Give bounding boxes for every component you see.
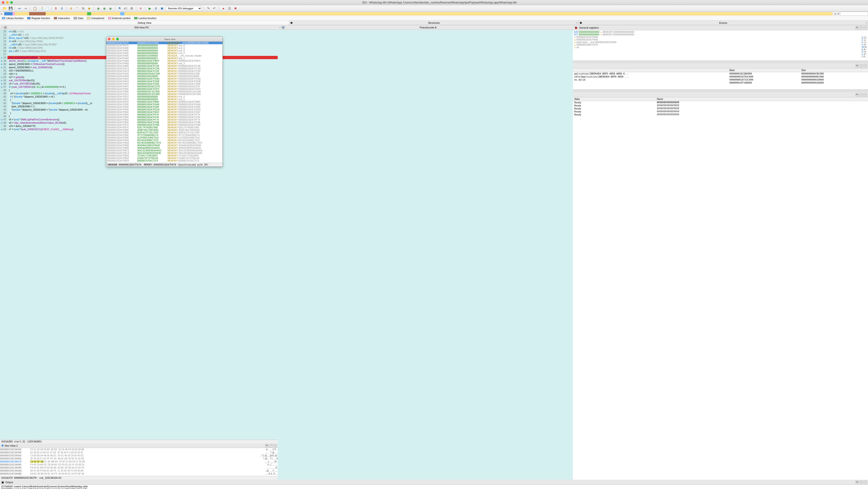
stack-row[interactable]: 000000016DA7FBE0 6168572F7070612E MEMORY… [106,157,222,160]
stack-row[interactable]: 000000016DA7FB90 2F7372656E696174 MEMORY… [106,134,222,136]
stack-titlebar[interactable]: Stack view [106,37,222,42]
register-row[interactable]: ↘ 000000016DA7FA70 [574,43,867,46]
stack-row[interactable]: 000000016DA7FB80 3D687461705F656C MEMORY… [106,129,222,131]
scrollbar[interactable] [573,90,868,92]
cancel-icon[interactable]: ✕ [138,6,143,11]
circle-icon[interactable]: ◉ [102,6,107,11]
tool-icon[interactable]: 📄 [44,6,50,11]
stack-row[interactable]: 000000016DA7FAE8 000000016DA7FD5B MEMORY… [106,80,222,83]
pane-max-icon[interactable]: □ [860,26,863,29]
stack-row[interactable]: 000000016DA7FB78 6261747563657865 MEMORY… [106,126,222,129]
flag-icon[interactable]: ⚑ [117,6,122,11]
hex-line[interactable]: 0000000103C9A3B0 E8 AC 00 B0 08 B1 42 F9… [0,472,278,475]
registers-view[interactable]: X20 0000000000000000 ↘ MEMORY:0000000000… [573,30,868,61]
close-icon[interactable]: × [865,22,867,24]
main-tab[interactable]: Structures×▣ [289,21,579,25]
hex-line[interactable]: 0000000103C9A380 F4 4F 03 A9 FD 7B 04 A9… [0,463,278,466]
view-mode-icon[interactable]: ⊞ [282,26,285,29]
stack-row[interactable]: 000000016DA7FB70 000000016DA7FFBE MEMORY… [106,124,222,126]
hex-line[interactable]: 0000000103C9A390 F4 03 01 AA F5 03 00 AA… [0,466,278,469]
close-icon[interactable]: × [576,22,578,24]
scrollbar[interactable] [573,61,868,63]
module-row[interactable]: 00000001071980000000000000028000 [573,81,868,84]
code-line[interactable]: 21 __int64 v21; // x20 [0,33,278,36]
stack-row[interactable]: 000000016DA7FB20 0000000000000000 MEMORY… [106,98,222,101]
stack-row[interactable]: 000000016DA7FAB0 0000000000000000 MEMORY… [106,62,222,65]
overview-navigator[interactable] [4,12,833,15]
pane-restore-icon[interactable]: ⧉ [856,481,859,484]
stack-row[interactable]: 000000016DA7FBA8 6974616369696C7070 MEMO… [106,141,222,144]
main-tab[interactable]: Enums×▣ [579,21,868,25]
pane-max-icon[interactable]: □ [860,481,863,484]
stack-row[interactable]: 000000016DA7FA98 0000000102380000 HEADER… [106,55,222,57]
main-tab[interactable]: Debug View [0,21,289,25]
register-row[interactable]: ↘ art [574,46,867,49]
module-row[interactable]: pplication/2BE964D4-8DF0-4858-A06D-6...0… [573,72,868,75]
stack-row[interactable]: 000000016DA7FB88 6E6F637F7261762F MEMORY… [106,131,222,134]
thread-row[interactable]: ReadyFFFFFFFFFFFFFFFF [573,104,868,107]
stack-row[interactable]: 000000016DA7FAC0 000000016DA7FC5A MEMORY… [106,67,222,70]
hex-line[interactable]: 0000000103C9A3A0 08 01 40 F9 A8 83 1B F8… [0,469,278,472]
stack-row[interactable]: 000000016DA7FB50 000000016DA7FF24 MEMORY… [106,113,222,116]
bp-list-icon[interactable]: ☰ [227,6,232,11]
minimize-window-button[interactable] [6,1,9,4]
stop-icon[interactable]: ⏹ [159,6,164,11]
tag-icon[interactable]: 🏷 [123,6,128,11]
search-input[interactable] [840,12,868,16]
output-log[interactable]: 107340000: loaded /Library/MobileSubstra… [0,485,868,489]
pane-close-icon[interactable]: × [864,26,867,29]
stack-row[interactable]: 000000016DA7FBC8 3841433363602D4436 MEMO… [106,152,222,154]
stack-row[interactable]: 000000016DA7FAC8 000000016DA7FC69 MEMORY… [106,70,222,72]
stack-row[interactable]: 000000016DA7FAB8 000000016DA7FC4E MEMORY… [106,65,222,67]
hex-line[interactable]: 0000000103C9A330 F3 41 2E 94 F0 AC 00 D0… [0,448,278,451]
tool-icon[interactable]: 📑 [38,6,43,11]
stack-view-window[interactable]: Stack view 000000016DA7FA70 00000001BD23… [106,36,223,167]
close-window-button[interactable] [108,38,111,40]
minimize-window-button[interactable] [112,38,115,40]
tool-icon[interactable]: 📋 [32,6,37,11]
step-icon[interactable]: ↶ [212,6,217,11]
stack-row[interactable]: 000000016DA7FBA0 69746163696C7070 MEMORY… [106,139,222,141]
pane-close-icon[interactable]: × [864,93,867,96]
circle-icon[interactable]: ◉ [96,6,101,11]
nav-back-icon[interactable]: ⇐ [17,6,22,11]
stack-row[interactable]: 000000016DA7FBB8 3046443882D344434 MEMOR… [106,147,222,149]
close-icon[interactable]: × [279,26,280,29]
run-icon[interactable]: ▶ [147,6,152,11]
text-icon[interactable]: A [68,6,73,11]
stack-row[interactable]: 000000016DA7FAF0 000000016DA7FD6E MEMORY… [106,83,222,85]
pane-max-icon[interactable]: □ [860,64,863,68]
pane-restore-icon[interactable]: ⧉ [856,64,859,68]
stack-row[interactable]: 000000016DA7FB00 000000016DA7FDF0 MEMORY… [106,88,222,90]
zoom-window-button[interactable] [10,1,13,4]
thread-row[interactable]: ReadyFFFFFFFFFFFFFFFF [573,107,868,110]
hex-line[interactable]: 0000000103C9A340 02 00 00 14 00 02 1F D6… [0,451,278,454]
pane-close-icon[interactable]: × [864,64,867,68]
register-row[interactable]: ↘ bdyld.dylib:__text:00000001BD234360 [574,41,867,43]
stack-row[interactable]: 000000016DA7FA90 0000000000000000 MEMORY… [106,52,222,55]
hex-line[interactable]: 0000000103C9A350 C3 00 00 54 4A 05 40 D1… [0,454,278,457]
stack-row[interactable]: 000000016DA7FBD0 7070417374616857 MEMORY… [106,154,222,157]
overview-left-arrow[interactable]: ▸ [0,12,3,15]
stack-row[interactable]: 000000016DA7FAA8 000000016DA7FBF0 MEMORY… [106,60,222,62]
face-icon[interactable]: ☻ [87,6,92,11]
tab-hex-view[interactable]: Hex View-1 [5,444,276,447]
stack-row[interactable]: 000000016DA7FB48 000000016DA7FEEF MEMORY… [106,111,222,113]
circle-icon[interactable]: ◉ [108,6,113,11]
stack-row[interactable]: 000000016DA7FA70 00000001BD234360 libdyl… [106,42,222,44]
stack-row[interactable]: 000000016DA7FAE0 000000016DA7FD4D MEMORY… [106,77,222,80]
stack-row[interactable]: 000000016DA7FBE8 0000007070417374 MEMORY… [106,160,222,162]
pause-icon[interactable]: ⏸ [153,6,158,11]
thread-row[interactable]: ReadyFFFFFFFFFFFFFFFF [573,113,868,116]
stack-row[interactable]: 000000016DA7FB30 000000016DA7FEA8 MEMORY… [106,103,222,106]
stack-body[interactable]: 000000016DA7FA70 00000001BD234360 libdyl… [106,42,222,163]
col-header[interactable]: Size [800,68,868,72]
stack-row[interactable]: 000000016DA7FB68 000000016DA7FF9B MEMORY… [106,121,222,124]
register-row[interactable]: ↘ 000000016DA7FA80 [574,38,867,41]
stack-row[interactable]: 000000016DA7FAA0 0000000000000001 MEMORY… [106,57,222,60]
stack-row[interactable]: 000000016DA7FA80 0000000000000000 MEMORY… [106,47,222,50]
stack-row[interactable]: 000000016DA7FB98 412F656C646E7542 MEMORY… [106,136,222,139]
overview-right-arrow[interactable]: ◂ [834,12,837,15]
stack-row[interactable]: 000000016DA7FA88 0000000000000000 MEMORY… [106,50,222,52]
bp-del-icon[interactable]: ✖ [233,6,238,11]
